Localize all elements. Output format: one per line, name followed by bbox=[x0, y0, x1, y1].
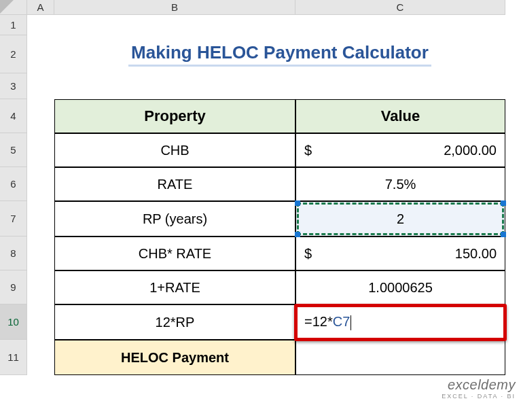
formula-ref: C7 bbox=[333, 314, 351, 329]
row-header-2[interactable]: 2 bbox=[0, 35, 27, 73]
cell-C3[interactable] bbox=[295, 73, 505, 99]
formula-prefix: =12* bbox=[304, 314, 333, 329]
cell-A7[interactable] bbox=[27, 201, 54, 237]
selection-handle-icon bbox=[501, 200, 506, 206]
watermark: exceldemy EXCEL · DATA · BI bbox=[442, 377, 516, 400]
formula-cell-c10[interactable]: =12*C7 bbox=[295, 304, 505, 340]
row-header-4[interactable]: 4 bbox=[0, 99, 27, 133]
cell-A5[interactable] bbox=[27, 133, 54, 167]
currency-value: 2,000.00 bbox=[444, 143, 497, 158]
value-1plusrate[interactable]: 1.0000625 bbox=[295, 270, 505, 304]
label-12rp[interactable]: 12*RP bbox=[54, 304, 295, 340]
cell-A10[interactable] bbox=[27, 304, 54, 340]
page-title: Making HELOC Payment Calculator bbox=[128, 42, 431, 67]
cell-A8[interactable] bbox=[27, 237, 54, 270]
title-cell[interactable]: Making HELOC Payment Calculator bbox=[54, 35, 505, 73]
cell-A2[interactable] bbox=[27, 35, 54, 73]
watermark-line1: exceldemy bbox=[442, 377, 516, 393]
col-header-B[interactable]: B bbox=[54, 0, 295, 15]
value-chbrate[interactable]: $ 150.00 bbox=[295, 237, 505, 270]
row-header-8[interactable]: 8 bbox=[0, 237, 27, 270]
text-cursor-icon bbox=[351, 315, 351, 330]
row-header-1[interactable]: 1 bbox=[0, 15, 27, 35]
col-header-A[interactable]: A bbox=[27, 0, 54, 15]
cell-A9[interactable] bbox=[27, 270, 54, 304]
currency-symbol: $ bbox=[304, 246, 312, 262]
table-header-value[interactable]: Value bbox=[295, 99, 505, 133]
col-header-C[interactable]: C bbox=[295, 0, 505, 15]
formula-text: =12*C7 bbox=[304, 314, 351, 330]
value-chb[interactable]: $ 2,000.00 bbox=[295, 133, 505, 167]
selection-handle-icon bbox=[295, 200, 300, 206]
label-chbrate[interactable]: CHB* RATE bbox=[54, 237, 295, 270]
label-rate[interactable]: RATE bbox=[54, 167, 295, 201]
label-chb[interactable]: CHB bbox=[54, 133, 295, 167]
label-rp[interactable]: RP (years) bbox=[54, 201, 295, 237]
currency-symbol: $ bbox=[304, 143, 312, 158]
row-header-11[interactable]: 11 bbox=[0, 340, 27, 375]
cell-A6[interactable] bbox=[27, 167, 54, 201]
select-all-triangle[interactable] bbox=[0, 0, 14, 14]
cell-B3[interactable] bbox=[54, 73, 295, 99]
row-header-10[interactable]: 10 bbox=[0, 304, 27, 340]
row-header-5[interactable]: 5 bbox=[0, 133, 27, 167]
cell-A3[interactable] bbox=[27, 73, 54, 99]
value-rate[interactable]: 7.5% bbox=[295, 167, 505, 201]
cell-A11[interactable] bbox=[27, 340, 54, 375]
table-header-property[interactable]: Property bbox=[54, 99, 295, 133]
value-rp-text: 2 bbox=[397, 211, 404, 227]
cell-B1[interactable] bbox=[54, 15, 295, 35]
row-header-7[interactable]: 7 bbox=[0, 201, 27, 237]
cell-C1[interactable] bbox=[295, 15, 505, 35]
row-header-9[interactable]: 9 bbox=[0, 270, 27, 304]
cell-A1[interactable] bbox=[27, 15, 54, 35]
currency-value: 150.00 bbox=[455, 246, 497, 262]
label-1plusrate[interactable]: 1+RATE bbox=[54, 270, 295, 304]
cell-A4[interactable] bbox=[27, 99, 54, 133]
row-header-6[interactable]: 6 bbox=[0, 167, 27, 201]
label-heloc-payment[interactable]: HELOC Payment bbox=[54, 340, 295, 375]
spreadsheet-grid: A B C 1 2 Making HELOC Payment Calculato… bbox=[0, 0, 505, 375]
watermark-line2: EXCEL · DATA · BI bbox=[442, 393, 516, 400]
selection-handle-icon bbox=[295, 232, 300, 237]
row-header-3[interactable]: 3 bbox=[0, 73, 27, 99]
selection-handle-icon bbox=[501, 232, 506, 237]
value-rp[interactable]: 2 bbox=[295, 201, 505, 237]
value-heloc-payment[interactable] bbox=[295, 340, 505, 375]
